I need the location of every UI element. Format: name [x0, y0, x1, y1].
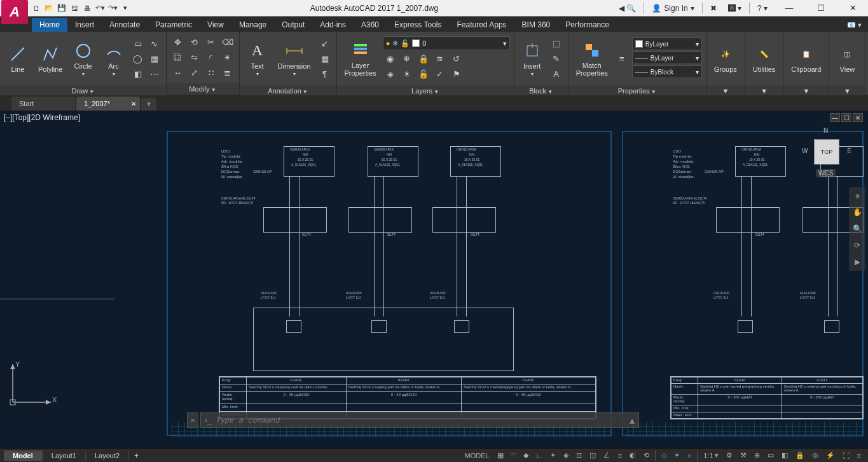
rotate-icon[interactable]: ⟲ — [187, 36, 202, 50]
layout-tab-model[interactable]: Model — [4, 451, 43, 461]
tab-home[interactable]: Home — [32, 18, 67, 32]
status-otrack-icon[interactable]: ∠ — [600, 449, 613, 462]
layer-thaw-icon[interactable]: ☀ — [399, 67, 415, 81]
tab-bim360[interactable]: BIM 360 — [514, 18, 558, 32]
color-selector[interactable]: ByLayer▾ — [632, 37, 702, 50]
text-button[interactable]: AText▾ — [244, 34, 272, 83]
layer-prev-icon[interactable]: ↺ — [449, 51, 464, 65]
info-center-search[interactable]: ◀ 🔍 — [615, 4, 640, 13]
layer-unlock-icon[interactable]: 🔓 — [416, 67, 431, 81]
panel-modify-title[interactable]: Modify▼ — [167, 83, 239, 95]
layout-tab-2[interactable]: Layout2 — [86, 451, 129, 461]
ribbon-options-icon[interactable]: 📧 ▾ — [841, 18, 868, 32]
layout-tab-1[interactable]: Layout1 — [43, 451, 86, 461]
command-line-handle[interactable]: ✕ — [187, 412, 198, 428]
mtext-icon[interactable]: ¶ — [317, 67, 333, 81]
tab-manage[interactable]: Manage — [231, 18, 274, 32]
layer-selector[interactable]: ● ❄ 🔓 0 ▾ — [383, 36, 510, 50]
edit-block-icon[interactable]: ✎ — [549, 51, 564, 65]
status-custom-icon[interactable]: ≡ — [854, 449, 864, 462]
status-annoscale-icon[interactable]: ⚙ — [723, 449, 736, 462]
dimension-button[interactable]: Dimension▾ — [274, 34, 315, 83]
status-3dosnap-icon[interactable]: ◫ — [586, 449, 599, 462]
mirror-icon[interactable]: ⇋ — [187, 51, 202, 65]
tab-express-tools[interactable]: Express Tools — [387, 18, 449, 32]
utilities-button[interactable]: 📏Utilities — [749, 34, 779, 83]
window-minimize-button[interactable]: — — [775, 0, 803, 17]
status-workspace-icon[interactable]: ⚒ — [737, 449, 750, 462]
rectangle-icon[interactable]: ▭ — [130, 36, 146, 50]
layer-make-current-icon[interactable]: ✓ — [432, 67, 448, 81]
array-icon[interactable]: ∷ — [203, 66, 219, 80]
line-button[interactable]: Line — [4, 34, 32, 83]
status-lockui-icon[interactable]: 🔒 — [792, 449, 808, 462]
command-input[interactable] — [216, 416, 626, 425]
offset-icon[interactable]: ≣ — [220, 66, 235, 80]
view-button[interactable]: ◫View — [833, 34, 861, 83]
tab-output[interactable]: Output — [274, 18, 312, 32]
status-model-button[interactable]: MODEL — [462, 449, 493, 462]
more-draw-icon[interactable]: ⋯ — [147, 67, 162, 81]
fillet-icon[interactable]: ◜ — [203, 51, 219, 65]
circle-button[interactable]: Circle▾ — [69, 34, 97, 83]
match-properties-button[interactable]: Match Properties — [572, 34, 612, 83]
window-close-button[interactable]: ✕ — [839, 0, 867, 17]
tab-performance[interactable]: Performance — [558, 18, 617, 32]
help-icon[interactable]: ? ▾ — [754, 4, 771, 13]
nav-pan-icon[interactable]: ✋ — [851, 206, 864, 219]
erase-icon[interactable]: ⌫ — [220, 36, 235, 50]
status-dynucs-icon[interactable]: ✦ — [671, 449, 683, 462]
command-recent-icon[interactable]: ▴ — [630, 414, 635, 426]
status-units-icon[interactable]: ▭ — [764, 449, 777, 462]
status-cycling-icon[interactable]: ⟲ — [640, 449, 652, 462]
status-grid-icon[interactable]: ▦ — [494, 449, 507, 462]
qat-save-icon[interactable]: 💾 — [56, 3, 67, 14]
file-tab-document[interactable]: 1_2007*✕ — [76, 97, 140, 111]
nav-orbit-icon[interactable]: ⟳ — [851, 239, 864, 252]
layer-properties-button[interactable]: Layer Properties — [341, 34, 380, 83]
layer-states-icon[interactable]: ⚑ — [449, 67, 464, 81]
layer-match-icon[interactable]: ≋ — [432, 51, 448, 65]
explode-icon[interactable]: ✴ — [220, 51, 235, 65]
sign-in-button[interactable]: 👤 Sign In ▾ — [648, 4, 698, 13]
qat-new-icon[interactable]: 🗋 — [31, 3, 42, 14]
nav-showmotion-icon[interactable]: ▶ — [851, 255, 864, 268]
groups-button[interactable]: ✨Groups — [710, 34, 741, 83]
tab-annotate[interactable]: Annotate — [102, 18, 148, 32]
qat-more-icon[interactable]: ▾ — [120, 3, 131, 14]
qat-saveas-icon[interactable]: 🖫 — [69, 3, 80, 14]
nav-zoom-icon[interactable]: 🔍 — [851, 222, 864, 235]
leader-icon[interactable]: ↙ — [317, 36, 333, 50]
app-logo-icon[interactable]: A — [1, 0, 28, 24]
status-clean-icon[interactable]: ⛶ — [839, 449, 853, 462]
region-icon[interactable]: ◧ — [130, 67, 146, 81]
linetype-selector[interactable]: —— ByBlock▾ — [632, 65, 702, 78]
arc-button[interactable]: Arc▾ — [100, 34, 128, 83]
status-isodraft-icon[interactable]: ◈ — [560, 449, 572, 462]
status-dyn-icon[interactable]: + — [684, 449, 694, 462]
clipboard-button[interactable]: 📋Clipboard — [787, 34, 825, 83]
qat-undo-icon[interactable]: ↶▾ — [94, 3, 106, 14]
new-tab-button[interactable]: + — [141, 98, 156, 111]
hatch-icon[interactable]: ▦ — [147, 51, 162, 65]
status-lwt-icon[interactable]: ≡ — [614, 449, 624, 462]
layout-add-button[interactable]: + — [129, 450, 144, 461]
exchange-apps-icon[interactable]: ✖ — [706, 4, 720, 13]
status-osnap-icon[interactable]: ⊡ — [573, 449, 585, 462]
table-icon[interactable]: ▦ — [317, 51, 333, 65]
stay-connected-icon[interactable]: 🅰 ▾ — [724, 4, 745, 13]
status-polar-icon[interactable]: ✶ — [547, 449, 559, 462]
status-isolate-icon[interactable]: ◎ — [809, 449, 822, 462]
status-snap-icon[interactable]: ∷ — [508, 449, 519, 462]
vc-face[interactable]: TOP — [814, 139, 839, 165]
trim-icon[interactable]: ✂ — [203, 36, 219, 50]
insert-block-button[interactable]: Insert▾ — [518, 34, 546, 83]
qat-plot-icon[interactable]: 🖶 — [81, 3, 93, 14]
status-infer-icon[interactable]: ◆ — [520, 449, 532, 462]
status-snap2-icon[interactable]: ◇ — [658, 449, 670, 462]
ellipse-icon[interactable]: ◯ — [130, 51, 146, 65]
qat-redo-icon[interactable]: ↷▾ — [107, 3, 118, 14]
status-hw-icon[interactable]: ⚡ — [823, 449, 838, 462]
layer-off-icon[interactable]: ◉ — [383, 51, 398, 65]
move-icon[interactable]: ✥ — [170, 36, 186, 50]
